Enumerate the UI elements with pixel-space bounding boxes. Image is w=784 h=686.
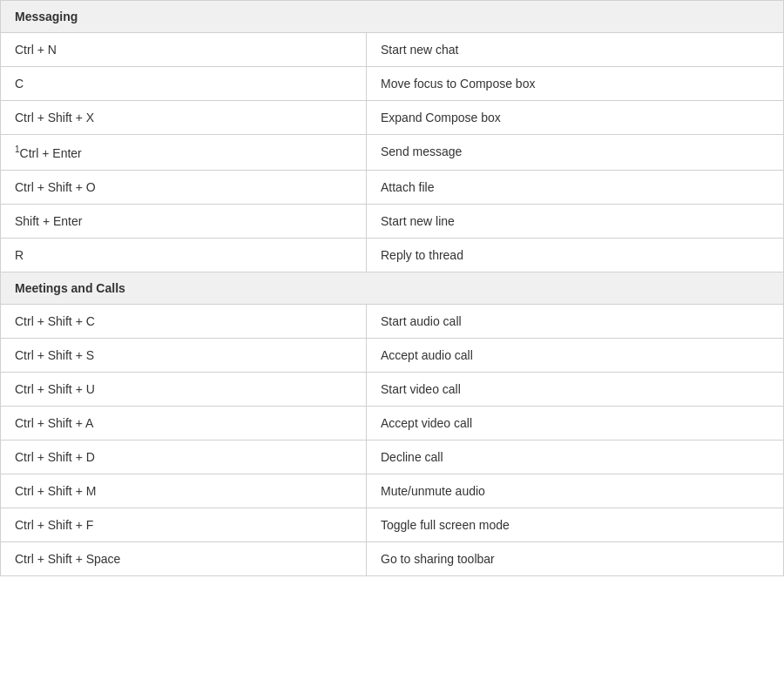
shortcut-description: Move focus to Compose box — [367, 67, 783, 100]
table-row: Ctrl + Shift + CStart audio call — [1, 305, 783, 339]
shortcut-key: Ctrl + Shift + Space — [1, 542, 367, 575]
shortcut-description: Accept video call — [367, 407, 783, 440]
shortcut-description: Reply to thread — [367, 239, 783, 272]
shortcut-description: Toggle full screen mode — [367, 508, 783, 541]
shortcut-description: Decline call — [367, 441, 783, 474]
shortcut-description: Send message — [367, 135, 783, 170]
shortcut-key: Ctrl + N — [1, 33, 367, 66]
shortcut-description: Start video call — [367, 373, 783, 406]
shortcut-key: Ctrl + Shift + C — [1, 305, 367, 338]
table-row: Ctrl + Shift + FToggle full screen mode — [1, 508, 783, 542]
table-row: Ctrl + Shift + XExpand Compose box — [1, 101, 783, 135]
shortcut-key: Shift + Enter — [1, 205, 367, 238]
section-header-0: Messaging — [1, 1, 783, 33]
shortcut-key: R — [1, 239, 367, 272]
section-header-1: Meetings and Calls — [1, 272, 783, 305]
table-row: CMove focus to Compose box — [1, 67, 783, 101]
shortcut-description: Start new line — [367, 205, 783, 238]
shortcut-description: Start audio call — [367, 305, 783, 338]
shortcut-key: Ctrl + Shift + S — [1, 339, 367, 372]
shortcut-key: Ctrl + Shift + O — [1, 171, 367, 204]
table-row: Ctrl + Shift + DDecline call — [1, 441, 783, 474]
shortcut-description: Attach file — [367, 171, 783, 204]
shortcut-key: Ctrl + Shift + A — [1, 407, 367, 440]
table-row: Shift + EnterStart new line — [1, 205, 783, 239]
shortcut-key: C — [1, 67, 367, 100]
table-row: Ctrl + Shift + OAttach file — [1, 171, 783, 205]
shortcut-description: Go to sharing toolbar — [367, 542, 783, 575]
shortcut-key: 1Ctrl + Enter — [1, 135, 367, 170]
table-row: Ctrl + Shift + UStart video call — [1, 373, 783, 407]
table-row: 1Ctrl + EnterSend message — [1, 135, 783, 171]
shortcut-description: Mute/unmute audio — [367, 474, 783, 508]
shortcut-description: Expand Compose box — [367, 101, 783, 134]
table-row: Ctrl + NStart new chat — [1, 33, 783, 67]
table-row: RReply to thread — [1, 239, 783, 272]
shortcut-key: Ctrl + Shift + U — [1, 373, 367, 406]
table-row: Ctrl + Shift + SpaceGo to sharing toolba… — [1, 542, 783, 575]
table-row: Ctrl + Shift + MMute/unmute audio — [1, 474, 783, 508]
shortcut-key: Ctrl + Shift + F — [1, 508, 367, 541]
shortcut-description: Accept audio call — [367, 339, 783, 372]
shortcut-description: Start new chat — [367, 33, 783, 66]
shortcuts-table: MessagingCtrl + NStart new chatCMove foc… — [0, 0, 784, 576]
shortcut-key: Ctrl + Shift + M — [1, 474, 367, 508]
shortcut-key: Ctrl + Shift + D — [1, 441, 367, 474]
table-row: Ctrl + Shift + SAccept audio call — [1, 339, 783, 373]
shortcut-key: Ctrl + Shift + X — [1, 101, 367, 134]
table-row: Ctrl + Shift + AAccept video call — [1, 407, 783, 441]
